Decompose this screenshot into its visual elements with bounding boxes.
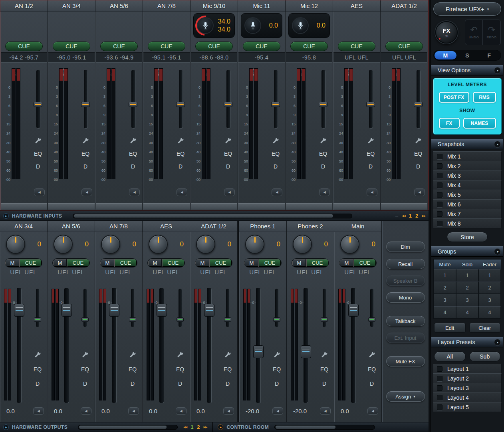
trim-fader-cap[interactable] xyxy=(368,317,375,322)
eq-label[interactable]: EQ xyxy=(81,151,89,157)
cue-button[interactable]: CUE xyxy=(53,42,90,51)
collapse-strip-button[interactable]: ◀ xyxy=(367,407,378,415)
mic-gain-display[interactable]: 34.0 34.0 xyxy=(193,13,235,38)
device-selector[interactable]: Fireface UFX+ ▾ xyxy=(433,2,501,16)
fader-cap[interactable] xyxy=(253,345,264,358)
mute-button[interactable]: M xyxy=(5,259,19,267)
outputs-page-1-button[interactable]: 1 xyxy=(190,424,193,430)
dynamics-label[interactable]: D xyxy=(369,163,373,170)
settings-wrench-icon[interactable] xyxy=(34,351,41,358)
collapse-strip-button[interactable]: ◀ xyxy=(81,188,92,196)
collapse-strip-button[interactable]: ◀ xyxy=(272,188,282,196)
inputs-page-1-button[interactable]: 1 xyxy=(409,213,412,219)
settings-wrench-icon[interactable] xyxy=(177,137,184,144)
control-room-button[interactable]: Talkback xyxy=(386,316,425,326)
trim-fader[interactable] xyxy=(370,289,373,327)
trim-fader[interactable] xyxy=(179,289,182,327)
groups-header[interactable]: Groups ▾ xyxy=(431,246,503,257)
mic-gain-value[interactable]: 0.0 xyxy=(269,22,278,29)
layout-row[interactable]: Layout 1 xyxy=(433,364,502,374)
control-room-button[interactable]: Ext. Input xyxy=(386,333,425,343)
settings-wrench-icon[interactable] xyxy=(129,351,136,358)
volume-fader[interactable] xyxy=(256,288,260,403)
rms-button[interactable]: RMS xyxy=(473,92,496,103)
cue-button[interactable]: CUE xyxy=(5,42,43,51)
layout-row[interactable]: Layout 2 xyxy=(433,373,502,383)
dynamics-label[interactable]: D xyxy=(321,163,325,170)
collapse-strip-button[interactable]: ◀ xyxy=(414,188,425,196)
collapse-strip-button[interactable]: ◀ xyxy=(177,188,187,196)
cue-button[interactable]: CUE xyxy=(243,42,280,51)
group-fader-cell[interactable]: 4 xyxy=(478,306,501,319)
snapshot-checkbox[interactable] xyxy=(437,173,442,178)
prev-page-icon[interactable]: ◀◀ xyxy=(402,214,405,218)
cue-button[interactable]: CUE xyxy=(67,259,89,267)
output-gain-knob[interactable] xyxy=(196,235,215,254)
mic-gain-display[interactable]: 0.0 xyxy=(241,13,282,38)
gain-fader[interactable] xyxy=(179,70,183,128)
settings-wrench-icon[interactable] xyxy=(224,351,231,358)
mic-icon[interactable] xyxy=(244,17,261,34)
collapse-strip-button[interactable]: ◀ xyxy=(224,188,235,196)
section-collapse-icon[interactable]: ▶ xyxy=(3,424,9,430)
group-solo-cell[interactable]: 3 xyxy=(456,294,478,306)
output-gain-knob[interactable] xyxy=(245,235,264,254)
mute-button[interactable]: M xyxy=(292,259,306,267)
fader-cap[interactable] xyxy=(129,102,137,107)
fader-group-toggle[interactable]: F xyxy=(478,51,500,59)
trim-fader-cap[interactable] xyxy=(273,317,280,322)
fader-cap[interactable] xyxy=(348,304,359,317)
volume-fader[interactable] xyxy=(112,288,116,403)
mic-icon[interactable] xyxy=(197,17,214,34)
dynamics-label[interactable]: D xyxy=(131,380,135,387)
dynamics-label[interactable]: D xyxy=(36,380,40,387)
eq-label[interactable]: EQ xyxy=(34,151,42,157)
cue-button[interactable]: CUE xyxy=(209,259,232,267)
output-gain-knob[interactable] xyxy=(340,235,359,254)
layout-checkbox[interactable] xyxy=(437,385,442,391)
collapse-strip-button[interactable]: ◀ xyxy=(128,407,139,415)
fader-cap[interactable] xyxy=(157,304,167,317)
eq-label[interactable]: EQ xyxy=(273,366,281,373)
mic-gain-value-2[interactable]: 34.0 xyxy=(218,26,230,33)
group-solo-cell[interactable]: 2 xyxy=(456,281,478,294)
next-page-icon[interactable]: ▶▶ xyxy=(204,426,207,429)
gain-fader[interactable] xyxy=(321,70,325,128)
trim-fader[interactable] xyxy=(36,289,39,327)
dynamics-label[interactable]: D xyxy=(83,163,87,170)
mute-button[interactable]: M xyxy=(244,259,258,267)
group-mute-cell[interactable]: 1 xyxy=(434,269,456,281)
trim-fader-cap[interactable] xyxy=(321,317,328,322)
layout-row[interactable]: Layout 5 xyxy=(433,402,502,412)
cue-button[interactable]: CUE xyxy=(290,42,328,51)
outputs-scrollbar[interactable] xyxy=(78,425,178,430)
snapshot-row[interactable]: Mix 1 xyxy=(433,151,502,161)
control-room-button[interactable]: Mono xyxy=(386,292,425,303)
trim-fader-cap[interactable] xyxy=(129,317,136,322)
snapshot-checkbox[interactable] xyxy=(437,163,442,169)
control-room-scrollbar[interactable] xyxy=(274,425,375,430)
group-mute-cell[interactable]: 4 xyxy=(434,306,456,319)
snapshot-checkbox[interactable] xyxy=(437,182,442,188)
eq-label[interactable]: EQ xyxy=(224,151,232,157)
volume-fader[interactable] xyxy=(351,288,355,403)
fader-cap[interactable] xyxy=(176,102,185,107)
dynamics-label[interactable]: D xyxy=(226,380,230,387)
eq-label[interactable]: EQ xyxy=(414,151,422,157)
scrollbar-thumb[interactable] xyxy=(79,426,166,429)
scrollbar-thumb[interactable] xyxy=(276,426,335,429)
collapse-strip-button[interactable]: ◀ xyxy=(223,407,234,415)
mic-gain-value[interactable]: 0.0 xyxy=(317,22,325,29)
cue-button[interactable]: CUE xyxy=(114,259,137,267)
snapshot-checkbox[interactable] xyxy=(437,211,442,217)
layout-checkbox[interactable] xyxy=(437,404,442,410)
mute-button[interactable]: M xyxy=(339,259,353,267)
output-gain-knob[interactable] xyxy=(6,235,25,254)
volume-fader[interactable] xyxy=(64,288,69,403)
fader-cap[interactable] xyxy=(224,102,232,107)
settings-wrench-icon[interactable] xyxy=(319,137,327,144)
mute-button[interactable]: M xyxy=(195,259,209,267)
store-button[interactable]: Store xyxy=(447,232,488,242)
settings-wrench-icon[interactable] xyxy=(82,137,89,144)
fader-cap[interactable] xyxy=(14,304,24,317)
